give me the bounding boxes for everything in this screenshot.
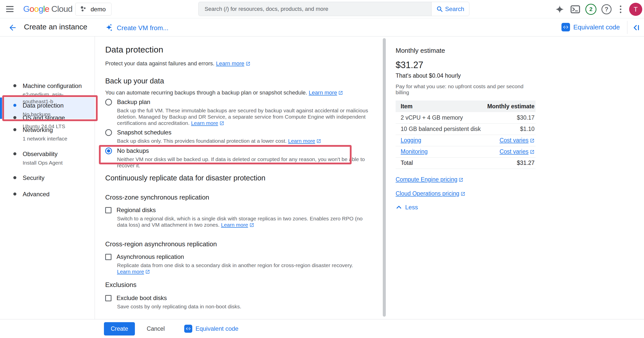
sidebar-item-label: Networking xyxy=(23,126,53,133)
backup-plan-label[interactable]: Backup plan xyxy=(117,99,150,106)
option-backup-plan: Backup plan Back up the full VM. These i… xyxy=(105,99,372,126)
backup-heading: Back up your data xyxy=(105,77,164,85)
learn-more-link[interactable]: Learn more xyxy=(216,60,250,67)
option-regional-disks: Regional disks Switch to a regional disk… xyxy=(105,207,369,228)
learn-more-link[interactable]: Learn more xyxy=(221,222,254,228)
notification-count-badge: 2 xyxy=(585,4,596,15)
more-options-icon[interactable] xyxy=(615,0,627,18)
back-arrow-icon[interactable] xyxy=(8,23,17,32)
search-button[interactable]: Search xyxy=(431,2,469,16)
google-cloud-logo: GoogleCloud xyxy=(23,4,72,14)
gemini-icon[interactable] xyxy=(554,0,566,18)
learn-more-link[interactable]: Learn more xyxy=(191,120,224,126)
create-button[interactable]: Create xyxy=(104,322,135,335)
cancel-button[interactable]: Cancel xyxy=(147,325,165,332)
active-item-indicator xyxy=(0,98,2,119)
asynchronous-replication-label[interactable]: Asynchronous replication xyxy=(117,253,184,260)
search-bar: Search (/) for resources, docs, products… xyxy=(198,2,469,16)
estimate-price: $31.27 xyxy=(396,60,536,70)
equivalent-code-button-header[interactable]: Equivalent code xyxy=(561,23,620,31)
cross-zone-heading: Cross-zone synchronous replication xyxy=(105,194,209,201)
project-picker-button[interactable]: demo xyxy=(75,3,111,16)
learn-more-link[interactable]: Learn more xyxy=(288,138,321,144)
regional-disks-label[interactable]: Regional disks xyxy=(117,207,156,214)
step-bullet xyxy=(13,176,16,179)
header-divider xyxy=(627,21,627,34)
create-vm-from-label: Create VM from... xyxy=(117,24,168,32)
snapshot-schedules-radio[interactable] xyxy=(105,129,112,136)
exclude-boot-disks-label[interactable]: Exclude boot disks xyxy=(117,295,167,302)
row-item-machine: 2 vCPU + 4 GB memory xyxy=(396,112,482,123)
logging-cost-varies-link[interactable]: Cost varies xyxy=(500,137,535,143)
cross-region-heading: Cross-region asynchronous replication xyxy=(105,240,217,248)
option-asynchronous-replication: Asynchronous replication Replicate data … xyxy=(105,253,384,275)
row-item-disk: 10 GB balanced persistent disk xyxy=(396,123,482,135)
sparkle-icon xyxy=(105,23,114,32)
row-value-disk: $1.10 xyxy=(482,123,536,135)
sidebar-item-sublabel: No backups xyxy=(23,111,86,118)
sidebar-item-label: Advanced xyxy=(23,191,50,198)
option-exclude-boot-disks: Exclude boot disks Save costs by only re… xyxy=(105,295,372,310)
step-bullet xyxy=(13,128,16,131)
regional-disks-description: Switch to a regional disk, which is a si… xyxy=(117,215,369,228)
sidebar-item-label: Observability xyxy=(23,151,58,158)
collapse-panel-icon[interactable] xyxy=(632,23,640,32)
help-icon[interactable]: ? xyxy=(600,0,613,18)
table-row: Monitoring Cost varies xyxy=(396,146,536,157)
step-bullet xyxy=(13,84,16,87)
notifications-icon[interactable]: 2 xyxy=(585,0,597,18)
compute-engine-pricing-link[interactable]: Compute Engine pricing xyxy=(396,176,463,183)
avatar[interactable]: T xyxy=(629,3,642,16)
sidebar-item-label: Security xyxy=(23,174,45,181)
no-backups-radio[interactable] xyxy=(105,148,112,154)
equivalent-code-label: Equivalent code xyxy=(573,23,620,31)
action-bar: Create Cancel Equivalent code xyxy=(0,319,644,338)
col-item: Item xyxy=(396,101,482,112)
cloud-operations-pricing-link[interactable]: Cloud Operations pricing xyxy=(396,190,465,197)
sidebar-item-label: Data protection xyxy=(23,102,64,109)
snapshot-schedules-description: Back up disks only. This provides founda… xyxy=(117,138,372,144)
equivalent-code-button-footer[interactable]: Equivalent code xyxy=(184,325,239,333)
chevron-up-icon xyxy=(396,204,402,211)
estimate-title: Monthly estimate xyxy=(396,47,536,55)
estimate-billing-note: Pay for what you use: no upfront costs a… xyxy=(396,83,536,95)
cloud-shell-icon[interactable] xyxy=(569,0,581,18)
search-button-label: Search xyxy=(445,6,464,13)
sidebar-item-sublabel: Install Ops Agent xyxy=(23,159,86,166)
step-bullet xyxy=(13,192,16,196)
logging-link[interactable]: Logging xyxy=(401,137,421,143)
table-row: 10 GB balanced persistent disk $1.10 xyxy=(396,123,536,135)
monitoring-cost-varies-link[interactable]: Cost varies xyxy=(500,148,535,155)
table-row: 2 vCPU + 4 GB memory $30.17 xyxy=(396,112,536,123)
top-bar: GoogleCloud demo Search (/) for resource… xyxy=(0,0,644,18)
no-backups-description: Neither VM nor disks will be backed up. … xyxy=(117,156,372,169)
table-row-total: Total $31.27 xyxy=(396,157,536,169)
backup-plan-radio[interactable] xyxy=(105,99,112,106)
search-input[interactable]: Search (/) for resources, docs, products… xyxy=(199,2,431,16)
monitoring-link[interactable]: Monitoring xyxy=(401,148,428,155)
main-scrollbar[interactable] xyxy=(383,38,386,317)
asynchronous-replication-description: Replicate data from one disk to a second… xyxy=(117,262,384,275)
code-icon xyxy=(184,325,192,333)
exclusions-heading: Exclusions xyxy=(105,281,136,289)
step-bullet xyxy=(13,104,16,107)
create-vm-from-button[interactable]: Create VM from... xyxy=(105,23,168,32)
option-snapshot-schedules: Snapshot schedules Back up disks only. T… xyxy=(105,129,372,144)
step-bullet xyxy=(13,152,16,155)
menu-icon[interactable] xyxy=(6,5,15,13)
exclude-boot-disks-checkbox[interactable] xyxy=(105,295,111,301)
project-name: demo xyxy=(91,6,106,13)
table-row: Logging Cost varies xyxy=(396,135,536,146)
backup-description: You can automate recurring backups throu… xyxy=(105,89,343,96)
learn-more-link[interactable]: Learn more xyxy=(117,269,150,274)
regional-disks-checkbox[interactable] xyxy=(105,207,111,213)
less-toggle[interactable]: Less xyxy=(396,204,418,211)
asynchronous-replication-checkbox[interactable] xyxy=(105,254,111,260)
row-item-total: Total xyxy=(396,157,482,169)
no-backups-label[interactable]: No backups xyxy=(117,147,149,154)
learn-more-link[interactable]: Learn more xyxy=(309,89,343,96)
snapshot-schedules-label[interactable]: Snapshot schedules xyxy=(117,129,171,136)
config-sidebar: Machine configuration e2-medium, asia-so… xyxy=(0,36,95,319)
project-icon xyxy=(80,6,87,13)
subtitle-text: Protect your data against failures and e… xyxy=(105,60,214,67)
